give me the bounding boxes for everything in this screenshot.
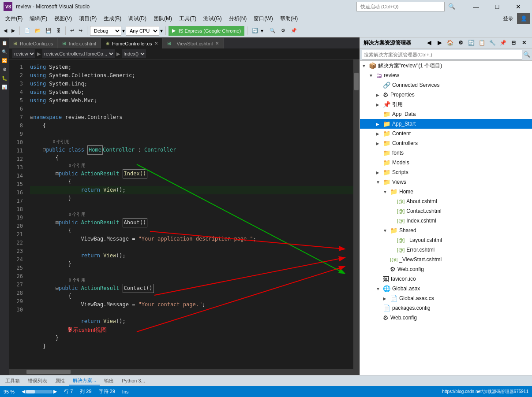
platform-dropdown[interactable]: Any CPU x64 [126,26,159,36]
settings-button[interactable]: ⚙ [279,26,287,36]
tab-routeconfig[interactable]: ⊞ RouteConfig.cs [9,38,58,48]
method-selector[interactable]: Index() [122,49,146,58]
se-item-layout-cshtml[interactable]: [@] _Layout.cshtml [360,235,532,245]
menu-view[interactable]: 视图(V) [51,14,75,24]
se-item-connected-services[interactable]: 🔗 Connected Services [360,80,532,90]
se-item-favicon[interactable]: 🖼 favicon.ico [360,274,532,284]
class-selector[interactable]: review.Controllers.HomeCo... [42,49,115,58]
close-button[interactable]: ✕ [508,0,528,13]
search-toolbar-button[interactable]: 🔍 [268,26,277,36]
user-avatar[interactable]: 👤 [517,13,530,24]
menu-file[interactable]: 文件(F) [2,14,26,24]
bottom-tab-solution[interactable]: 解决方案... [69,376,100,386]
tab-viewstart[interactable]: ⊞ _ViewStart.cshtml ✕ [163,38,224,48]
back-button[interactable]: ◀ [2,26,9,36]
se-item-views[interactable]: ▼ 📁 Views [360,177,532,187]
se-item-global-asax[interactable]: ▼ 🌐 Global.asax [360,284,532,293]
tab-homecontroller-close[interactable]: ✕ [154,41,158,46]
sidebar-icon-2[interactable]: 🔍 [1,48,8,55]
se-item-shared-folder[interactable]: ▼ 📁 Shared [360,226,532,235]
undo-button[interactable]: ↩ [68,26,76,36]
redo-button[interactable]: ↪ [77,26,84,36]
se-item-controllers[interactable]: ▶ 📁 Controllers [360,138,532,148]
sidebar-icon-6[interactable]: 📊 [1,83,8,90]
horizontal-scrollbar[interactable] [9,369,360,375]
open-button[interactable]: 📂 [33,26,43,36]
se-item-webconfig-root[interactable]: ⚙ Web.config [360,313,532,323]
se-nav-back[interactable]: ◀ [424,38,433,47]
hscroll-thumb[interactable] [26,370,71,374]
se-item-contact-cshtml[interactable]: [@] Contact.cshtml [360,206,532,216]
refresh-button[interactable]: 🔄 [250,26,260,36]
se-item-app-data[interactable]: 📁 App_Data [360,109,532,119]
scrollbar-thumb[interactable] [354,73,359,90]
save-all-button[interactable]: 🗄 [54,26,63,36]
se-item-global-asax-cs[interactable]: ▶ 📄 Global.asax.cs [360,293,532,303]
save-button[interactable]: 💾 [44,26,53,36]
quick-launch-input[interactable] [356,2,445,11]
se-item-solution[interactable]: ▼ 📦 解决方案"review"(1 个项目) [360,61,532,70]
se-item-references[interactable]: ▶ 📌 引用 [360,100,532,109]
new-project-button[interactable]: 📄 [22,26,32,36]
bottom-tab-properties[interactable]: 属性 [52,377,68,385]
se-refresh-icon[interactable]: 🔄 [467,38,476,47]
se-pin-icon[interactable]: 📌 [498,38,507,47]
menu-edit[interactable]: 编辑(E) [26,14,51,24]
scroll-left[interactable]: ◀ [22,389,25,394]
menu-analyze[interactable]: 分析(N) [225,14,251,24]
scroll-right[interactable]: ▶ [53,389,57,394]
sidebar-icon-3[interactable]: 🔀 [1,57,8,64]
pin-button[interactable]: 📌 [289,26,299,36]
bottom-tab-python[interactable]: Python 3... [118,377,149,384]
se-item-content[interactable]: ▶ 📁 Content [360,129,532,138]
run-button[interactable]: ▶ IIS Express (Google Chrome) [169,26,244,36]
debug-config-dropdown[interactable]: Debug Release [90,26,121,36]
se-layout-icon[interactable]: ⊟ [509,38,518,47]
menu-tools[interactable]: 工具(T) [176,14,200,24]
scroll-thumb[interactable] [26,390,35,393]
se-copy-icon[interactable]: 📋 [477,38,486,47]
se-item-viewstart-cshtml[interactable]: [@] _ViewStart.cshtml [360,255,532,264]
se-wrench-icon[interactable]: 🔧 [488,38,497,47]
se-item-error-cshtml[interactable]: [@] Error.cshtml [360,245,532,255]
code-content[interactable]: using System; using System.Collections.G… [26,59,353,369]
tab-index-cshtml[interactable]: ⊞ Index.cshtml [58,38,101,48]
bottom-tab-output[interactable]: 输出 [101,377,117,385]
minimize-button[interactable]: — [466,0,486,13]
se-item-properties[interactable]: ▶ ⚙ Properties [360,90,532,100]
bottom-tab-errorlist[interactable]: 错误列表 [24,377,51,385]
menu-build[interactable]: 生成(B) [100,14,125,24]
menu-login[interactable]: 登录 [499,14,517,24]
se-item-home-folder[interactable]: ▼ 📁 Home [360,187,532,197]
se-close-icon[interactable]: ✕ [520,38,528,47]
se-nav-forward[interactable]: ▶ [435,38,444,47]
tab-homecontroller[interactable]: ⊞ HomeController.cs ✕ [101,38,163,48]
tab-viewstart-close[interactable]: ✕ [215,41,219,46]
bottom-tab-toolbox[interactable]: 工具箱 [2,377,23,385]
se-item-project[interactable]: ▼ 🗂 review [360,70,532,80]
se-item-about-cshtml[interactable]: [@] About.cshtml [360,197,532,206]
vertical-scrollbar[interactable] [353,59,360,369]
se-item-models[interactable]: 📁 Models [360,158,532,167]
forward-button[interactable]: ▶ [10,26,17,36]
se-home-icon[interactable]: 🏠 [446,38,454,47]
maximize-button[interactable]: □ [487,0,507,13]
se-item-fonts[interactable]: 📁 fonts [360,148,532,158]
menu-help[interactable]: 帮助(H) [277,14,302,24]
se-item-scripts[interactable]: ▶ 📁 Scripts [360,167,532,177]
menu-test[interactable]: 测试(G) [200,14,225,24]
menu-window[interactable]: 窗口(W) [250,14,276,24]
se-gear-icon[interactable]: ⚙ [456,38,465,47]
se-item-index-cshtml[interactable]: [@] Index.cshtml [360,216,532,226]
menu-project[interactable]: 项目(P) [75,14,100,24]
sidebar-icon-5[interactable]: 🐛 [1,74,8,82]
sidebar-icon-1[interactable]: 📋 [1,39,8,46]
menu-team[interactable]: 团队(M) [150,14,176,24]
scroll-track[interactable] [26,390,52,393]
se-search-input[interactable] [362,50,522,59]
se-item-packages-config[interactable]: 📄 packages.config [360,303,532,313]
se-item-webconfig-views[interactable]: ⚙ Web.config [360,264,532,274]
menu-debug[interactable]: 调试(D) [125,14,150,24]
code-editor[interactable]: 1 2 3 4 5 6 7 8 9 10 11 12 13 14 15 16 1… [9,59,360,369]
project-selector[interactable]: review [12,49,35,58]
